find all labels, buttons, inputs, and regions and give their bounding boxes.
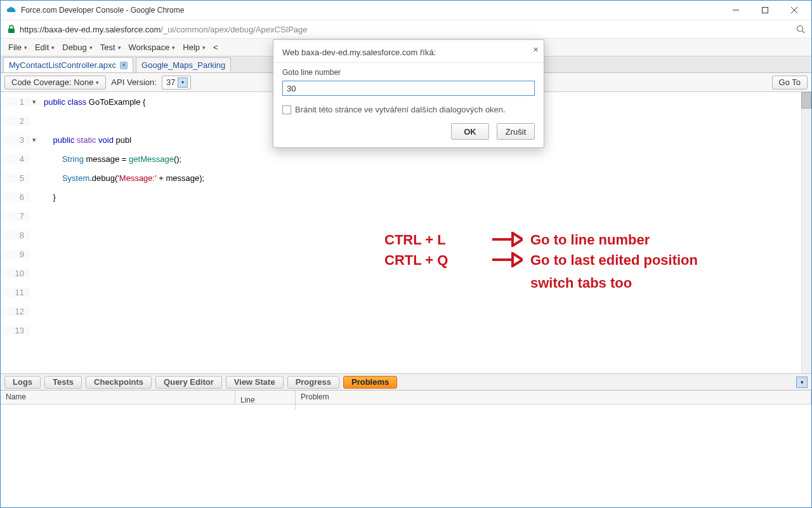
col-name[interactable]: Name bbox=[1, 391, 235, 404]
maximize-button[interactable] bbox=[750, 1, 780, 20]
collapse-panel-icon[interactable]: ▾ bbox=[796, 377, 808, 388]
close-tab-icon[interactable]: × bbox=[120, 62, 128, 69]
goto-line-dialog: Web baxa-dev-ed.my.salesforce.com říká: … bbox=[273, 39, 544, 148]
svg-marker-8 bbox=[513, 233, 523, 246]
suppress-dialog-checkbox[interactable] bbox=[282, 105, 291, 114]
file-tab[interactable]: Google_Maps_Parking bbox=[136, 57, 231, 72]
code-coverage-dropdown[interactable]: Code Coverage: None▾ bbox=[4, 76, 106, 90]
menu-edit[interactable]: Edit▾ bbox=[31, 40, 58, 55]
menu-file[interactable]: File▾ bbox=[4, 40, 31, 55]
problems-table-header: Name Line Problem bbox=[1, 391, 811, 404]
scrollbar-thumb[interactable] bbox=[801, 92, 811, 109]
file-tab-label: Google_Maps_Parking bbox=[141, 60, 225, 70]
arrow-icon bbox=[491, 252, 523, 267]
menu-debug[interactable]: Debug▾ bbox=[58, 40, 96, 55]
tab-view-state[interactable]: View State bbox=[226, 376, 284, 389]
minimize-button[interactable] bbox=[721, 1, 750, 20]
fold-icon[interactable]: ▾ bbox=[29, 98, 40, 106]
tab-progress[interactable]: Progress bbox=[287, 376, 339, 389]
file-tab-label: MyContactListController.apxc bbox=[9, 60, 116, 70]
col-problem[interactable]: Problem bbox=[296, 391, 811, 404]
tab-problems[interactable]: Problems bbox=[343, 376, 397, 389]
cancel-button[interactable]: Zrušit bbox=[497, 123, 535, 140]
dialog-headline: Web baxa-dev-ed.my.salesforce.com říká: bbox=[282, 48, 436, 57]
svg-line-6 bbox=[802, 31, 805, 34]
chevron-down-icon: ▾ bbox=[178, 77, 188, 88]
window-titlebar: Force.com Developer Console - Google Chr… bbox=[1, 1, 811, 20]
zoom-icon[interactable] bbox=[796, 25, 805, 34]
scrollbar-vertical[interactable] bbox=[801, 92, 811, 373]
goto-line-input[interactable] bbox=[282, 81, 535, 96]
close-button[interactable] bbox=[780, 1, 809, 20]
url-path: /_ui/common/apex/debug/ApexCSIPage bbox=[160, 25, 307, 34]
salesforce-cloud-icon bbox=[6, 6, 17, 15]
close-icon[interactable]: × bbox=[533, 44, 539, 55]
annotation-text-goto-last: Go to last edited position bbox=[530, 252, 698, 269]
menu-test[interactable]: Test▾ bbox=[96, 40, 125, 55]
ok-button[interactable]: OK bbox=[451, 123, 489, 140]
file-tab-active[interactable]: MyContactListController.apxc × bbox=[3, 57, 133, 72]
bottom-tabs: Logs Tests Checkpoints Query Editor View… bbox=[1, 374, 811, 391]
annotation-text-goto-line: Go to line number bbox=[530, 232, 650, 248]
fold-icon[interactable]: ▾ bbox=[29, 136, 40, 144]
svg-marker-10 bbox=[513, 253, 523, 266]
svg-point-5 bbox=[797, 26, 803, 32]
address-bar[interactable]: https://baxa-dev-ed.my.salesforce.com/_u… bbox=[1, 20, 811, 39]
col-line[interactable]: Line bbox=[235, 391, 296, 410]
problems-table-body bbox=[1, 404, 811, 507]
url-host: https://baxa-dev-ed.my.salesforce.com bbox=[20, 25, 160, 34]
window-title: Force.com Developer Console - Google Chr… bbox=[21, 6, 184, 15]
lock-icon bbox=[7, 25, 16, 34]
suppress-dialog-label: Bránit této stránce ve vytváření dalších… bbox=[295, 105, 506, 114]
menu-workspace[interactable]: Workspace▾ bbox=[125, 40, 180, 55]
svg-rect-4 bbox=[8, 29, 15, 33]
goto-button[interactable]: Go To bbox=[772, 76, 808, 90]
arrow-icon bbox=[491, 232, 523, 247]
dialog-label: Goto line number bbox=[282, 68, 535, 77]
menu-history-back[interactable]: < bbox=[209, 40, 222, 55]
menu-help[interactable]: Help▾ bbox=[179, 40, 209, 55]
svg-rect-1 bbox=[763, 8, 768, 13]
annotation-shortcut-ctrl-q: CRTL + Q bbox=[384, 252, 448, 269]
api-version-select[interactable]: 37▾ bbox=[162, 76, 191, 90]
annotation-shortcut-ctrl-l: CTRL + L bbox=[384, 232, 446, 248]
annotation-text-switch-tabs: switch tabs too bbox=[530, 275, 632, 291]
tab-checkpoints[interactable]: Checkpoints bbox=[86, 376, 152, 389]
tab-logs[interactable]: Logs bbox=[4, 376, 41, 389]
api-version-label: API Version: bbox=[111, 77, 157, 87]
tab-tests[interactable]: Tests bbox=[44, 376, 82, 389]
tab-query-editor[interactable]: Query Editor bbox=[155, 376, 222, 389]
